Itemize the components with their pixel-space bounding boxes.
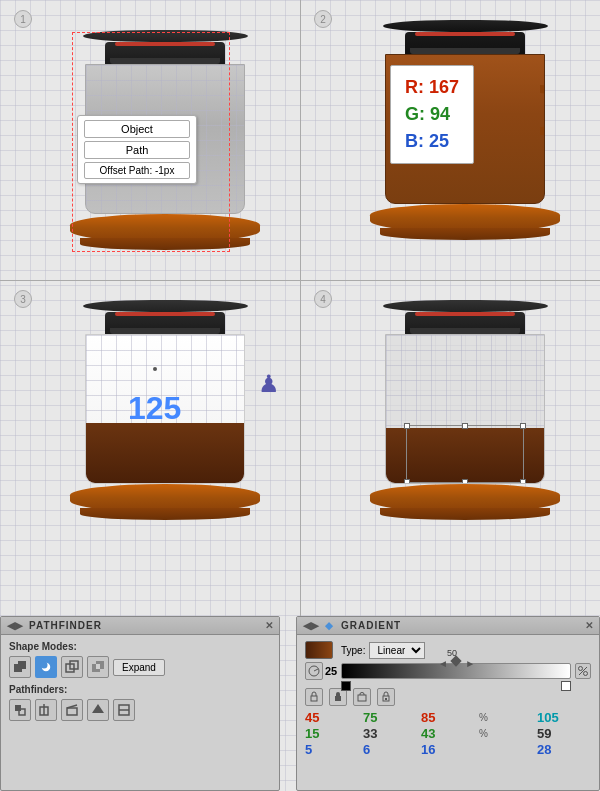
pathfinder-panel: ◀▶ PATHFINDER ✕ Shape Modes: Expand Path… xyxy=(0,616,280,791)
rgb-g: G: 94 xyxy=(405,101,459,128)
object-btn[interactable]: Object xyxy=(84,120,190,138)
rgb-b: B: 25 xyxy=(405,128,459,155)
jug-base-q4 xyxy=(370,484,560,512)
panel-controls-pf: ✕ xyxy=(265,620,273,631)
svg-rect-25 xyxy=(358,695,366,701)
gradient-title: GRADIENT xyxy=(341,620,401,631)
quad-label-1: 1 xyxy=(14,10,32,28)
offset-path-btn[interactable]: Offset Path: -1px xyxy=(84,162,190,179)
grad-num-r2c2: 33 xyxy=(363,726,417,741)
jug-handle-q2 xyxy=(540,85,545,135)
gradient-percent-group xyxy=(575,663,591,679)
shape-mode-minus[interactable] xyxy=(35,656,57,678)
grad-num-r2c4: 59 xyxy=(537,726,591,741)
gradient-icon1[interactable] xyxy=(305,688,323,706)
svg-rect-23 xyxy=(311,696,317,701)
grad-num-r3c1: 5 xyxy=(305,742,359,757)
gradient-angle-icon[interactable] xyxy=(305,662,323,680)
expand-button[interactable]: Expand xyxy=(113,659,165,676)
svg-marker-15 xyxy=(92,704,104,713)
grad-num-r1c3: 85 xyxy=(421,710,475,725)
jug-lid-q1 xyxy=(105,42,225,64)
grad-num-r1c1: 45 xyxy=(305,710,359,725)
pathfinder-1[interactable] xyxy=(9,699,31,721)
svg-rect-8 xyxy=(96,664,100,669)
pathfinder-body: Shape Modes: Expand Pathfinders: xyxy=(1,635,279,733)
gradient-panel: ◀▶ ◆ GRADIENT ✕ Type: Linear 25 xyxy=(296,616,600,791)
svg-point-20 xyxy=(579,667,583,671)
gradient-angle-group: 25 xyxy=(305,662,337,680)
gradient-swatch[interactable] xyxy=(305,641,333,659)
gradient-type-label: Type: xyxy=(341,645,365,656)
gradient-bar-row: 25 ◄ ► 50 xyxy=(305,662,591,680)
pathfinder-header: ◀▶ PATHFINDER ✕ xyxy=(1,617,279,635)
number-125: 125 xyxy=(128,390,181,427)
gradient-midpoint-value: 50 xyxy=(447,648,457,658)
quad-label-4: 4 xyxy=(314,290,332,308)
pathfinder-2[interactable] xyxy=(35,699,57,721)
path-btn[interactable]: Path xyxy=(84,141,190,159)
jug-body-q4 xyxy=(385,334,545,484)
quad-label-3: 3 xyxy=(14,290,32,308)
shape-mode-exclude[interactable] xyxy=(87,656,109,678)
svg-rect-9 xyxy=(15,705,21,711)
coffee-fill-q3 xyxy=(86,423,244,483)
svg-point-21 xyxy=(584,672,588,676)
svg-rect-27 xyxy=(385,698,387,700)
grad-num-r2c3: 43 xyxy=(421,726,475,741)
person-icon: ♟ xyxy=(258,370,280,398)
gradient-bar: ◄ ► 50 xyxy=(341,663,571,679)
jug-top-rim-q4 xyxy=(383,300,548,312)
jug-top-rim-q2 xyxy=(383,20,548,32)
svg-line-19 xyxy=(314,669,318,671)
gradient-type-select[interactable]: Linear xyxy=(369,642,425,659)
pathfinders-row xyxy=(9,699,271,721)
grad-num-r1c4: 105 xyxy=(537,710,591,725)
jug-top-rim-q1 xyxy=(83,30,248,42)
svg-rect-13 xyxy=(67,708,77,715)
panel-controls-grad: ✕ xyxy=(585,620,593,631)
gradient-header: ◀▶ ◆ GRADIENT ✕ xyxy=(297,617,599,635)
jug-base-q2 xyxy=(370,204,560,232)
gradient-stops xyxy=(341,681,571,691)
gradient-stop-left[interactable] xyxy=(341,681,351,691)
gradient-stop-right[interactable] xyxy=(561,681,571,691)
rgb-display: R: 167 G: 94 B: 25 xyxy=(390,65,474,164)
grad-num-r3c3: 16 xyxy=(421,742,475,757)
grad-num-r2c1: 15 xyxy=(305,726,359,741)
pathfinder-4[interactable] xyxy=(87,699,109,721)
grad-empty-r3 xyxy=(479,742,533,757)
svg-rect-24 xyxy=(335,696,341,701)
gradient-angle-value: 25 xyxy=(325,665,337,677)
gradient-right-arrow: ► xyxy=(465,658,475,669)
shape-modes-label: Shape Modes: xyxy=(9,641,271,652)
jug-lid-q2 xyxy=(405,32,525,54)
center-dot-q3 xyxy=(153,367,157,371)
gradient-numbers: 45 75 85 % 105 15 33 43 % 59 5 6 16 28 xyxy=(305,710,591,757)
jug-top-rim-q3 xyxy=(83,300,248,312)
svg-rect-1 xyxy=(18,661,26,669)
popup-q1[interactable]: Object Path Offset Path: -1px xyxy=(77,115,197,184)
grad-pct-r1: % xyxy=(479,710,533,725)
pathfinders-label: Pathfinders: xyxy=(9,684,271,695)
jug-q4 xyxy=(370,300,560,512)
grad-pct-r2: % xyxy=(479,726,533,741)
gradient-bar-container[interactable]: ◄ ► 50 xyxy=(341,663,571,679)
gradient-left-arrow: ◄ xyxy=(438,658,448,669)
shape-mode-unite[interactable] xyxy=(9,656,31,678)
shape-mode-intersect[interactable] xyxy=(61,656,83,678)
shape-modes-row: Expand xyxy=(9,656,271,678)
jug-lid-q4 xyxy=(405,312,525,334)
gradient-body: Type: Linear 25 xyxy=(297,635,599,763)
jug-base-q3 xyxy=(70,484,260,512)
svg-point-3 xyxy=(41,662,48,669)
pathfinder-3[interactable] xyxy=(61,699,83,721)
gradient-percent-icon[interactable] xyxy=(575,663,591,679)
pathfinder-5[interactable] xyxy=(113,699,135,721)
quad-label-2: 2 xyxy=(314,10,332,28)
jug-lid-q3 xyxy=(105,312,225,334)
rgb-r: R: 167 xyxy=(405,74,459,101)
pathfinder-title: PATHFINDER xyxy=(29,620,102,631)
jug-base-q1 xyxy=(70,214,260,242)
coffee-fill-q4 xyxy=(386,428,544,483)
